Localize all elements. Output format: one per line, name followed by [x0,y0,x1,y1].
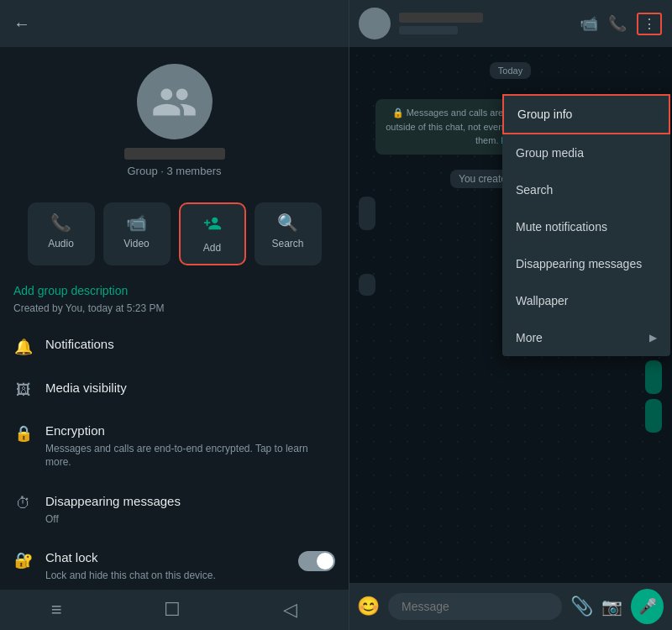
chat-topbar: 📹 📞 ⋮ [349,0,672,47]
disappearing-title: Disappearing messages [45,493,335,510]
toggle-knob [317,553,333,570]
left-panel: ← Group · 3 members 📞 Audio 📹 Video Ad [0,0,349,630]
audio-button[interactable]: 📞 Audio [28,202,95,265]
emoji-button[interactable]: 😊 [357,596,380,617]
add-member-icon [203,214,222,237]
add-label: Add [203,242,221,254]
chatlock-subtitle: Lock and hide this chat on this device. [45,569,286,583]
disappearing-text: Disappearing messages Off [45,493,335,526]
message-bubble [359,274,375,296]
message-input[interactable] [388,593,562,620]
disappearing-icon: ⏱ [13,495,34,512]
message-row [359,360,662,394]
message-bubble [645,399,662,433]
notifications-text: Notifications [45,336,335,353]
settings-disappearing[interactable]: ⏱ Disappearing messages Off [0,481,349,538]
chatlock-toggle[interactable] [298,551,335,571]
date-badge: Today [359,62,662,79]
chat-info [399,13,571,34]
settings-notifications[interactable]: 🔔 Notifications [0,324,349,368]
chat-name [399,13,483,23]
panel-divider [349,0,349,630]
dropdown-menu: Group info Group media Search Mute notif… [502,94,670,356]
search-button[interactable]: 🔍 Search [255,202,322,265]
date-label: Today [490,62,531,79]
search-icon: 🔍 [277,213,298,233]
add-description[interactable]: Add group description [0,277,349,301]
back-button[interactable]: ← [13,14,30,34]
encryption-text: Encryption Messages and calls are end-to… [45,423,335,470]
mic-icon: 🎤 [638,597,657,616]
group-media-label: Group media [516,146,584,160]
chat-avatar [359,8,391,39]
dropdown-disappearing[interactable]: Disappearing messages [502,245,670,282]
video-button[interactable]: 📹 Video [103,202,171,265]
chat-actions: 📹 📞 ⋮ [580,13,662,35]
dropdown-mute[interactable]: Mute notifications [502,208,670,245]
group-info-label: Group info [517,108,572,121]
created-info: Created by You, today at 5:23 PM [0,301,349,324]
chatlock-text: Chat lock Lock and hide this chat on thi… [45,549,286,582]
phone-call-icon[interactable]: 📞 [608,14,627,33]
notifications-title: Notifications [45,336,335,353]
mute-label: Mute notifications [516,220,607,234]
nav-back-icon[interactable]: ◁ [283,599,297,621]
message-row [359,399,662,433]
search-label: Search [271,238,303,249]
group-avatar-icon [151,79,197,125]
disappearing-label: Disappearing messages [516,257,642,270]
dropdown-group-info[interactable]: Group info [502,94,670,134]
video-call-icon[interactable]: 📹 [580,14,598,33]
audio-icon: 📞 [50,213,71,233]
add-button[interactable]: Add [179,202,246,265]
more-arrow-icon: ▶ [649,332,657,344]
audio-label: Audio [48,238,74,249]
dropdown-group-media[interactable]: Group media [502,134,670,171]
dropdown-search[interactable]: Search [502,171,670,208]
settings-chatlock[interactable]: 🔐 Chat lock Lock and hide this chat on t… [0,538,349,594]
settings-list: 🔔 Notifications 🖼 Media visibility 🔒 Enc… [0,324,349,630]
video-label: Video [123,238,149,249]
message-bubble [359,197,375,230]
group-header: Group · 3 members [0,47,349,202]
more-label: More [516,331,543,344]
media-title: Media visibility [45,380,335,396]
bottom-nav: ≡ ☐ ◁ [0,590,349,630]
chatlock-title: Chat lock [45,549,286,566]
dropdown-wallpaper[interactable]: Wallpaper [502,282,670,319]
video-icon: 📹 [126,213,147,233]
chat-status [399,26,458,34]
more-options-button[interactable]: ⋮ [637,13,662,35]
settings-media[interactable]: 🖼 Media visibility [0,368,349,411]
left-topbar: ← [0,0,349,47]
chat-body: Today 🔒 Messages and calls are end-to-en… [349,47,672,583]
notifications-icon: 🔔 [13,338,34,356]
nav-home-icon[interactable]: ☐ [164,599,181,621]
three-dots-icon: ⋮ [643,16,656,32]
right-panel: 📹 📞 ⋮ Today 🔒 Messages and calls are end… [349,0,672,630]
mic-button[interactable]: 🎤 [631,589,664,624]
chatlock-icon: 🔐 [13,551,34,570]
camera-button[interactable]: 📷 [601,596,622,617]
encryption-icon: 🔒 [13,424,34,443]
wallpaper-label: Wallpaper [516,294,569,307]
nav-menu-icon[interactable]: ≡ [51,599,62,621]
chat-input-bar: 😊 📎 📷 🎤 [349,583,672,630]
dropdown-more[interactable]: More ▶ [502,319,670,356]
settings-encryption[interactable]: 🔒 Encryption Messages and calls are end-… [0,411,349,481]
action-buttons: 📞 Audio 📹 Video Add 🔍 Search [0,202,349,277]
encryption-title: Encryption [45,423,335,439]
media-text: Media visibility [45,380,335,396]
encryption-subtitle: Messages and calls are end-to-end encryp… [45,442,335,470]
attach-button[interactable]: 📎 [570,596,593,617]
disappearing-subtitle: Off [45,512,335,527]
media-icon: 🖼 [13,381,34,399]
group-subtitle: Group · 3 members [128,165,222,177]
group-avatar [137,64,213,139]
search-label: Search [516,183,553,197]
message-bubble [645,360,662,394]
group-name-blur [124,148,225,160]
